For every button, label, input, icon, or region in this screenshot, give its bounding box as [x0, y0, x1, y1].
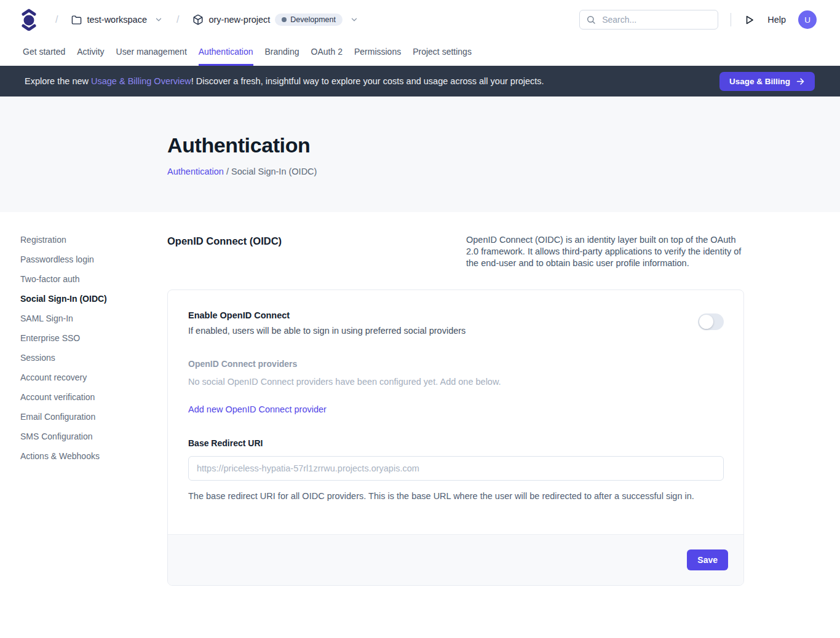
- section-title: OpenID Connect (OIDC): [167, 234, 466, 269]
- sidebar-item-enterprise-sso[interactable]: Enterprise SSO: [20, 333, 167, 344]
- breadcrumb-current: Social Sign-In (OIDC): [231, 167, 317, 176]
- tab-oauth2[interactable]: OAuth 2: [311, 39, 343, 66]
- breadcrumb-separator: /: [172, 14, 184, 25]
- header-actions: Help U: [579, 10, 817, 30]
- environment-label: Development: [290, 15, 336, 24]
- enable-oidc-label: Enable OpenID Connect: [188, 310, 698, 320]
- usage-billing-button-label: Usage & Billing: [729, 77, 790, 86]
- sidebar-item-email-configuration[interactable]: Email Configuration: [20, 411, 167, 422]
- base-redirect-uri-input[interactable]: [188, 456, 724, 481]
- project-selector[interactable]: ory-new-project Development: [192, 14, 359, 26]
- tab-project-settings[interactable]: Project settings: [413, 39, 472, 66]
- breadcrumb-separator: /: [50, 14, 63, 25]
- add-provider-link[interactable]: Add new OpenID Connect provider: [188, 404, 327, 414]
- help-link[interactable]: Help: [767, 15, 786, 25]
- sidebar-item-registration[interactable]: Registration: [20, 234, 167, 245]
- toggle-knob: [699, 315, 713, 329]
- search-icon: [586, 15, 596, 25]
- sidebar-item-account-verification[interactable]: Account verification: [20, 392, 167, 403]
- project-nav-tabs: Get started Activity User management Aut…: [0, 39, 840, 66]
- environment-badge: Development: [275, 14, 343, 26]
- tab-authentication[interactable]: Authentication: [199, 39, 253, 66]
- usage-billing-banner: Explore the new Usage & Billing Overview…: [0, 66, 840, 96]
- package-icon: [192, 14, 204, 25]
- sidebar-item-social-sign-in[interactable]: Social Sign-In (OIDC): [20, 293, 167, 304]
- sidebar-item-account-recovery[interactable]: Account recovery: [20, 372, 167, 383]
- tab-branding[interactable]: Branding: [265, 39, 299, 66]
- section-description: OpenID Connect (OIDC) is an identity lay…: [466, 234, 744, 269]
- user-avatar[interactable]: U: [798, 10, 817, 29]
- enable-oidc-description: If enabled, users will be able to sign i…: [188, 326, 698, 336]
- search-input[interactable]: [601, 14, 711, 25]
- tab-get-started[interactable]: Get started: [23, 39, 65, 66]
- breadcrumb-separator: /: [224, 167, 231, 176]
- providers-section-label: OpenID Connect providers: [188, 359, 724, 369]
- header-divider: [731, 13, 731, 26]
- sidebar-item-sms-configuration[interactable]: SMS Configuration: [20, 431, 167, 442]
- main-area: Registration Passwordless login Two-fact…: [0, 212, 840, 586]
- workspace-selector[interactable]: test-workspace: [71, 15, 163, 25]
- enable-oidc-row: Enable OpenID Connect If enabled, users …: [188, 310, 724, 336]
- chevron-down-icon: [350, 15, 359, 24]
- workspace-name: test-workspace: [87, 15, 147, 25]
- page-title: Authentication: [167, 133, 840, 157]
- app-header: / test-workspace /: [0, 0, 840, 66]
- arrow-right-icon: [796, 77, 805, 86]
- enable-oidc-text: Enable OpenID Connect If enabled, users …: [188, 310, 698, 336]
- oidc-card-body: Enable OpenID Connect If enabled, users …: [168, 290, 743, 534]
- sidebar-item-sessions[interactable]: Sessions: [20, 352, 167, 363]
- base-redirect-uri-label: Base Redirect URI: [188, 438, 724, 448]
- chevron-down-icon: [154, 15, 163, 24]
- banner-usage-billing-link[interactable]: Usage & Billing Overview: [91, 76, 191, 86]
- card-footer: Save: [168, 534, 743, 585]
- sidebar-item-actions-webhooks[interactable]: Actions & Webhooks: [20, 451, 167, 462]
- banner-text-after: ! Discover a fresh, insightful way to ex…: [191, 76, 544, 86]
- breadcrumb-authentication-link[interactable]: Authentication: [167, 167, 224, 176]
- changelog-play-icon[interactable]: [743, 14, 755, 26]
- enable-oidc-toggle[interactable]: [698, 313, 724, 330]
- settings-sidebar: Registration Passwordless login Two-fact…: [0, 234, 167, 586]
- page-hero: Authentication Authentication / Social S…: [0, 96, 840, 212]
- folder-icon: [71, 15, 82, 25]
- tab-user-management[interactable]: User management: [116, 39, 187, 66]
- sidebar-item-two-factor-auth[interactable]: Two-factor auth: [20, 274, 167, 285]
- tab-activity[interactable]: Activity: [77, 39, 104, 66]
- sidebar-item-passwordless-login[interactable]: Passwordless login: [20, 254, 167, 265]
- search-box[interactable]: [579, 10, 718, 30]
- banner-text-before: Explore the new: [25, 76, 91, 86]
- page-breadcrumb: Authentication / Social Sign-In (OIDC): [167, 167, 840, 176]
- content-column: OpenID Connect (OIDC) OpenID Connect (OI…: [167, 234, 744, 586]
- project-name: ory-new-project: [208, 15, 270, 25]
- usage-billing-button[interactable]: Usage & Billing: [719, 72, 815, 91]
- base-redirect-uri-help: The base redirect URI for all OIDC provi…: [188, 491, 724, 501]
- oidc-settings-card: Enable OpenID Connect If enabled, users …: [167, 289, 744, 586]
- workspace-breadcrumb: / test-workspace /: [21, 9, 359, 31]
- header-top-row: / test-workspace /: [0, 0, 840, 39]
- sidebar-item-saml-sign-in[interactable]: SAML Sign-In: [20, 313, 167, 324]
- banner-text: Explore the new Usage & Billing Overview…: [25, 76, 544, 86]
- environment-dot-icon: [282, 17, 287, 22]
- section-header: OpenID Connect (OIDC) OpenID Connect (OI…: [167, 234, 744, 269]
- tab-permissions[interactable]: Permissions: [354, 39, 401, 66]
- ory-logo-icon[interactable]: [21, 9, 37, 31]
- providers-empty-message: No social OpenID Connect providers have …: [188, 377, 724, 387]
- save-button[interactable]: Save: [687, 549, 728, 570]
